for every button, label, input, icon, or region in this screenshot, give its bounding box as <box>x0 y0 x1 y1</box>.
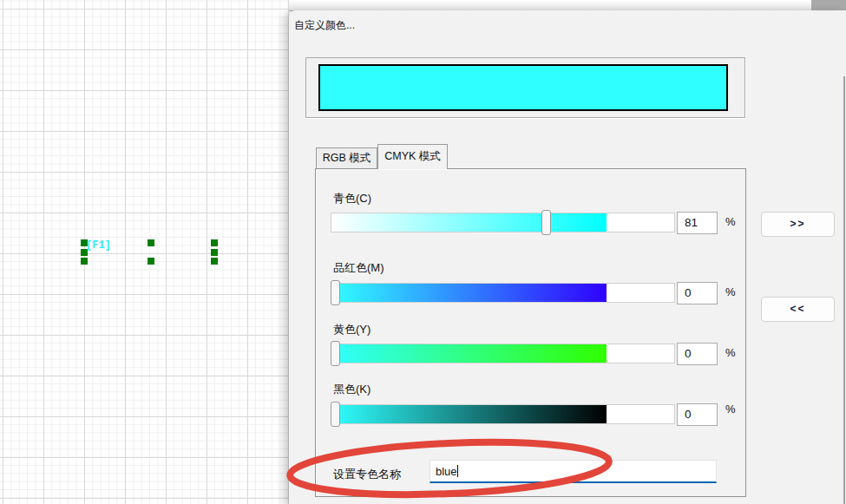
cyan-slider-track[interactable] <box>331 213 675 232</box>
magenta-label: 品红色(M) <box>333 260 384 276</box>
cyan-percent-label: % <box>725 215 736 228</box>
cmyk-tab-panel: 青色(C) 81 % 品红色(M) 0 % 黄色(Y) <box>315 168 746 497</box>
spot-color-name-label: 设置专色名称 <box>333 467 401 482</box>
color-preview-swatch <box>318 64 728 111</box>
selection-handle[interactable] <box>81 258 88 265</box>
cyan-slider-thumb[interactable] <box>541 210 551 235</box>
spot-color-name-value: blue <box>436 465 457 478</box>
selected-field-object[interactable]: [F1] <box>86 239 111 252</box>
yellow-label: 黄色(Y) <box>333 322 371 337</box>
shift-left-button[interactable]: << <box>761 297 835 322</box>
spot-color-name-input[interactable]: blue <box>430 460 717 483</box>
black-slider-thumb[interactable] <box>331 402 340 427</box>
black-value-field[interactable]: 0 <box>677 403 718 426</box>
magenta-slider-track[interactable] <box>331 283 675 303</box>
selection-handle[interactable] <box>211 239 218 246</box>
magenta-gradient <box>331 284 607 302</box>
magenta-percent-label: % <box>725 285 736 298</box>
black-percent-label: % <box>725 403 736 416</box>
selection-handle[interactable] <box>211 249 218 256</box>
yellow-slider-track[interactable] <box>331 344 675 363</box>
tab-cmyk-mode[interactable]: CMYK 模式 <box>377 144 448 169</box>
dialog-title: 自定义颜色... <box>294 18 355 33</box>
black-label: 黑色(K) <box>333 382 371 397</box>
design-canvas[interactable]: [F1] <box>0 0 295 504</box>
magenta-slider-thumb[interactable] <box>331 280 340 305</box>
black-gradient <box>331 405 607 423</box>
magenta-value-field[interactable]: 0 <box>677 282 718 304</box>
color-preview-groupbox <box>305 57 745 118</box>
yellow-percent-label: % <box>725 346 736 359</box>
text-caret <box>457 465 458 477</box>
yellow-value-field[interactable]: 0 <box>677 343 718 365</box>
selection-handle[interactable] <box>148 239 154 246</box>
cyan-label: 青色(C) <box>333 191 371 206</box>
shift-right-button[interactable]: >> <box>761 212 835 237</box>
selection-handle[interactable] <box>148 258 154 265</box>
custom-color-dialog: 自定义颜色... RGB 模式 CMYK 模式 青色(C) 81 % 品红色(M… <box>289 10 846 504</box>
selection-handle[interactable] <box>211 258 218 265</box>
tab-rgb-mode[interactable]: RGB 模式 <box>316 147 377 168</box>
cyan-value-field[interactable]: 81 <box>677 212 718 234</box>
black-slider-track[interactable] <box>331 404 675 424</box>
window-right-edge <box>843 76 845 504</box>
yellow-gradient <box>331 344 607 363</box>
cyan-gradient <box>331 213 607 232</box>
yellow-slider-thumb[interactable] <box>331 341 340 366</box>
app-window: [F1] 自定义颜色... RGB 模式 CMYK 模式 青色(C) 81 % … <box>0 0 846 504</box>
